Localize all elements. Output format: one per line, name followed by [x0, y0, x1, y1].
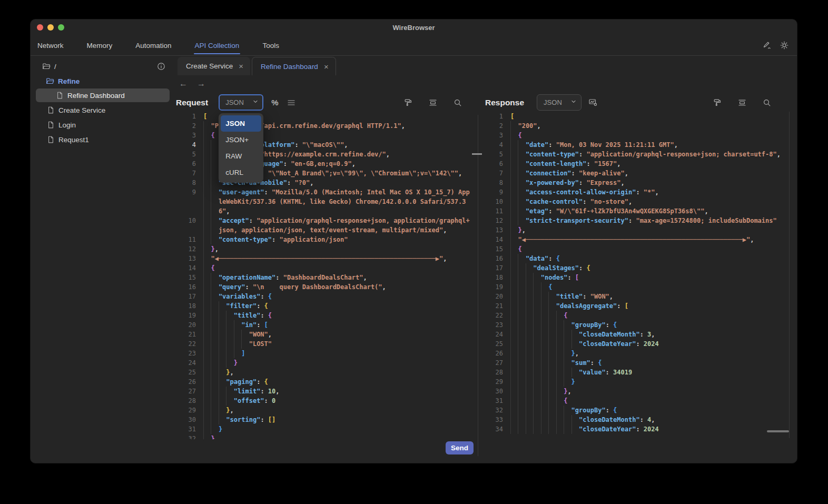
format-dropdown-menu: JSON JSON+ RAW cURL — [219, 113, 263, 183]
line-number: 9 — [178, 187, 196, 216]
format-paint-icon[interactable] — [403, 97, 413, 108]
menubar: Network Memory Automation API Collection… — [31, 35, 797, 56]
code-line: 30}, — [485, 387, 783, 396]
settings-gear-icon[interactable] — [779, 40, 790, 51]
code-line: 4"date": "Mon, 03 Nov 2025 11:21:11 GMT"… — [485, 140, 783, 150]
code-line: 10"cache-control": "no-store", — [485, 197, 783, 206]
code-line: 26}, — [485, 349, 783, 358]
response-editor[interactable]: 1[2"200",3{4"date": "Mon, 03 Nov 2025 11… — [485, 112, 783, 439]
request-format-select[interactable]: JSON — [219, 94, 263, 111]
sidebar-item-refine-dashboard[interactable]: Refine Dashboard — [36, 88, 170, 102]
tab-refine-dashboard[interactable]: Refine Dashboard × — [252, 57, 336, 75]
response-horizontal-scrollbar-thumb[interactable] — [767, 430, 789, 432]
dropdown-option-curl[interactable]: cURL — [221, 164, 261, 181]
code-line: 32"groupBy": { — [485, 406, 783, 415]
code-line: 22"LOST" — [178, 339, 470, 349]
code-line: 14"◀────────────────────────────────────… — [485, 235, 783, 244]
response-header: Response JSON — [485, 94, 797, 111]
sidebar-folder-refine[interactable]: Refine — [31, 75, 176, 87]
sidebar-item-request1[interactable]: Request1 — [36, 133, 170, 146]
search-icon[interactable] — [452, 97, 463, 108]
line-number: 33 — [485, 415, 503, 424]
minimize-window-button[interactable] — [47, 24, 54, 31]
code-line: 33"closeDateMonth": 4, — [485, 415, 783, 424]
response-format-select[interactable]: JSON — [537, 94, 581, 111]
code-line: 18"filter": { — [178, 301, 470, 311]
line-number: 29 — [485, 377, 503, 387]
sidebar-folder-label: Refine — [58, 77, 80, 85]
menu-item-memory[interactable]: Memory — [86, 35, 114, 55]
chevron-down-icon — [570, 98, 577, 107]
code-line: 21"dealsAggregate": [ — [485, 301, 783, 311]
menu-lines-icon[interactable] — [286, 97, 297, 108]
panel-divider[interactable] — [478, 115, 478, 456]
window-title: WireBrowser — [31, 24, 797, 32]
line-number: 3 — [178, 131, 196, 140]
file-icon — [47, 135, 55, 144]
tab-close-icon[interactable]: × — [239, 62, 243, 70]
dropdown-option-raw[interactable]: RAW — [221, 148, 261, 164]
code-line: 5"content-type": "application/graphql-re… — [485, 150, 783, 159]
line-number: 27 — [485, 358, 503, 368]
code-line: 22{ — [485, 311, 783, 320]
code-line: 7"connection": "keep-alive", — [485, 169, 783, 178]
close-window-button[interactable] — [37, 24, 43, 31]
line-number: 10 — [178, 216, 196, 235]
response-vertical-scrollbar[interactable] — [789, 112, 790, 438]
sidebar-root-label: / — [54, 63, 56, 71]
sidebar-item-login[interactable]: Login — [36, 118, 170, 132]
tab-close-icon[interactable]: × — [324, 63, 329, 71]
info-icon[interactable] — [156, 61, 166, 72]
code-line: 11"etag": "W/\"61f-+lZk7bfU3An4wQXGEKG8S… — [485, 206, 783, 216]
format-paint-icon[interactable] — [712, 97, 723, 108]
line-number: 20 — [485, 292, 503, 301]
search-icon[interactable] — [762, 97, 772, 108]
code-line: 29} — [485, 377, 783, 387]
fold-lines-icon[interactable] — [737, 97, 747, 108]
code-line: 25"closeDateYear": 2024 — [485, 339, 783, 349]
tab-strip: Create Service × Refine Dashboard × — [176, 57, 338, 75]
code-line: 27"sum": { — [485, 358, 783, 368]
tab-create-service[interactable]: Create Service × — [178, 57, 250, 75]
line-number: 1 — [178, 112, 196, 121]
line-number: 16 — [178, 282, 196, 292]
line-number: 7 — [178, 169, 196, 178]
code-line: 24} — [178, 358, 470, 368]
fold-lines-icon[interactable] — [428, 97, 438, 108]
code-line: 29}, — [178, 406, 470, 415]
code-line: 16"data": { — [485, 254, 783, 263]
line-number: 19 — [485, 282, 503, 292]
zoom-window-button[interactable] — [58, 24, 64, 31]
line-number: 31 — [178, 424, 196, 434]
preview-chart-icon[interactable] — [588, 97, 598, 108]
response-format-dropdown: JSON — [537, 94, 581, 111]
code-line: 8"x-powered-by": "Express", — [485, 178, 783, 187]
line-number: 21 — [178, 330, 196, 339]
divider-handle[interactable] — [472, 153, 482, 155]
menu-item-network[interactable]: Network — [36, 35, 65, 55]
code-line: 23] — [178, 349, 470, 358]
menu-item-api-collection[interactable]: API Collection — [194, 35, 241, 55]
code-line: 19{ — [485, 282, 783, 292]
send-button[interactable]: Send — [446, 441, 474, 454]
dropdown-option-json[interactable]: JSON — [221, 115, 261, 132]
variables-icon[interactable]: % — [271, 98, 278, 107]
sidebar-root-row[interactable]: / — [31, 60, 176, 73]
code-line: 6"content-length": "1567", — [485, 159, 783, 169]
nav-forward-button[interactable]: → — [197, 79, 205, 88]
sidebar-item-create-service[interactable]: Create Service — [36, 103, 170, 117]
line-number: 2 — [485, 121, 503, 131]
menu-item-automation[interactable]: Automation — [134, 35, 172, 55]
menu-item-tools[interactable]: Tools — [261, 35, 280, 55]
line-number: 17 — [485, 263, 503, 273]
line-number: 16 — [485, 254, 503, 263]
nav-back-button[interactable]: ← — [179, 79, 188, 88]
code-line: 30"sorting": [] — [178, 415, 470, 424]
send-row: Send — [176, 440, 797, 456]
edit-pen-icon[interactable] — [762, 40, 773, 51]
line-number: 23 — [178, 349, 196, 358]
line-number: 14 — [485, 235, 503, 244]
code-line: 20"title": "WON", — [485, 292, 783, 301]
line-number: 17 — [178, 292, 196, 301]
dropdown-option-json-plus[interactable]: JSON+ — [221, 132, 261, 148]
